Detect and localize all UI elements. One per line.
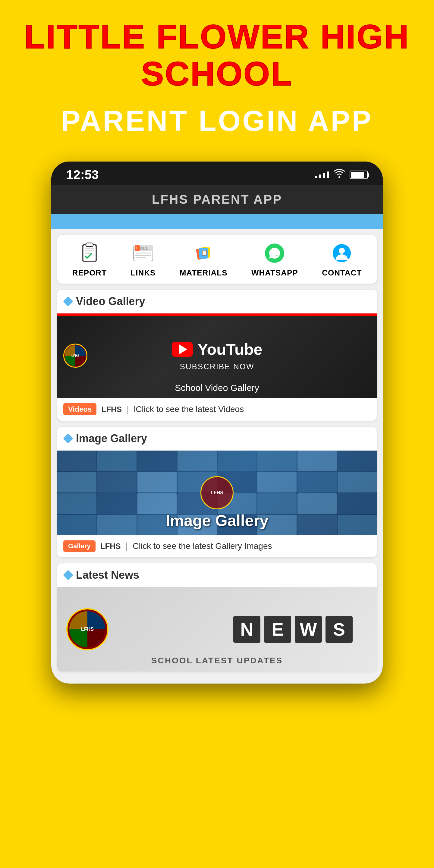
school-video-text: School Video Gallery	[175, 383, 259, 393]
gallery-banner-text: Image Gallery	[165, 512, 268, 530]
whatsapp-icon	[262, 241, 287, 265]
video-lfhs-text: LFHS	[101, 405, 122, 414]
school-logo-youtube: LFHS	[63, 344, 87, 368]
school-title: LITTLE FLOWER HIGH SCHOOL	[12, 18, 422, 92]
video-gallery-footer[interactable]: Videos LFHS | lClick to see the latest V…	[57, 398, 377, 421]
nav-item-contact[interactable]: CONTACT	[322, 241, 362, 278]
news-block-w: W	[295, 616, 322, 643]
svg-rect-14	[135, 257, 146, 258]
report-icon	[78, 241, 101, 265]
gallery-divider: |	[126, 541, 128, 551]
svg-rect-6	[86, 243, 93, 247]
youtube-play-icon	[172, 342, 193, 357]
svg-rect-12	[135, 253, 151, 253]
status-time: 12:53	[66, 167, 98, 182]
image-gallery-banner[interactable]: LFHS Image Gallery	[57, 451, 377, 535]
links-icon: NOTICE LINKS L	[131, 241, 155, 265]
whatsapp-label: WHATSAPP	[251, 268, 298, 278]
gallery-badge: Gallery	[63, 540, 96, 552]
phone-mockup: 12:53	[51, 161, 383, 684]
gallery-click-text: Click to see the latest Gallery Images	[133, 541, 272, 551]
materials-icon: 📋	[191, 241, 216, 265]
latest-news-title: Latest News	[76, 569, 139, 581]
svg-text:📋: 📋	[201, 249, 208, 256]
wifi-icon	[333, 168, 345, 182]
app-subtitle: PARENT LOGIN APP	[12, 104, 422, 137]
video-click-text: lClick to see the latest Videos	[134, 404, 244, 414]
svg-point-0	[338, 176, 340, 178]
nav-item-links[interactable]: NOTICE LINKS L LINKS	[130, 241, 156, 278]
app-title-bar: LFHS PARENT APP	[51, 185, 383, 214]
svg-rect-4	[85, 253, 91, 254]
news-banner[interactable]: LFHS N E W	[57, 587, 377, 672]
school-logo-news: LFHS	[66, 608, 108, 650]
latest-news-header: Latest News	[57, 563, 377, 587]
app-title-text: LFHS PARENT APP	[152, 192, 282, 207]
news-letter-blocks: N E W S	[233, 616, 352, 643]
links-label: LINKS	[130, 268, 156, 278]
nav-bar: REPORT NOTICE LINKS	[57, 235, 377, 284]
blue-banner	[51, 214, 383, 229]
nav-item-whatsapp[interactable]: WHATSAPP	[251, 241, 298, 278]
app-content: REPORT NOTICE LINKS	[51, 229, 383, 684]
gallery-overlay: LFHS Image Gallery	[57, 451, 377, 535]
video-divider: |	[127, 404, 129, 414]
news-subtitle: SCHOOL LATEST UPDATES	[151, 656, 283, 665]
news-block-e: E	[264, 616, 291, 643]
contact-label: CONTACT	[322, 268, 362, 278]
gallery-lfhs-text: LFHS	[100, 541, 121, 551]
news-block-s: S	[326, 616, 352, 643]
top-header: LITTLE FLOWER HIGH SCHOOL PARENT LOGIN A…	[0, 0, 434, 144]
video-gallery-title: Video Gallery	[76, 295, 145, 308]
image-gallery-header: Image Gallery	[57, 427, 377, 451]
contact-icon	[330, 241, 354, 265]
latest-news-diamond	[63, 570, 73, 580]
svg-text:L: L	[135, 246, 138, 250]
video-gallery-diamond	[63, 296, 73, 307]
image-gallery-diamond	[63, 433, 73, 444]
video-gallery-header: Video Gallery	[57, 290, 377, 313]
latest-news-section: Latest News LFHS N	[57, 563, 377, 672]
nav-item-report[interactable]: REPORT	[72, 241, 107, 278]
phone-mockup-container: 12:53	[0, 161, 434, 684]
youtube-banner[interactable]: LFHS YouTube SUBSCRIBE NOW School Video …	[57, 313, 377, 398]
svg-rect-2	[85, 248, 94, 249]
youtube-content: YouTube SUBSCRIBE NOW	[172, 340, 262, 371]
signal-icon	[315, 172, 329, 178]
battery-icon	[350, 170, 368, 179]
news-block-n: N	[233, 616, 260, 643]
report-label: REPORT	[72, 268, 107, 278]
video-gallery-section: Video Gallery LFHS YouTub	[57, 290, 377, 421]
status-icons	[315, 168, 368, 182]
videos-badge: Videos	[63, 403, 96, 415]
nav-item-materials[interactable]: 📋 MATERIALS	[180, 241, 227, 278]
image-gallery-section: Image Gallery	[57, 427, 377, 557]
svg-rect-3	[85, 250, 94, 251]
materials-label: MATERIALS	[180, 268, 227, 278]
image-gallery-title: Image Gallery	[76, 432, 147, 445]
youtube-logo-row: YouTube	[172, 340, 262, 358]
image-gallery-footer[interactable]: Gallery LFHS | Click to see the latest G…	[57, 535, 377, 557]
youtube-subscribe-text: SUBSCRIBE NOW	[180, 362, 254, 371]
youtube-text: YouTube	[198, 340, 262, 358]
svg-point-23	[339, 248, 345, 254]
svg-rect-13	[135, 255, 151, 256]
status-bar: 12:53	[51, 161, 383, 185]
